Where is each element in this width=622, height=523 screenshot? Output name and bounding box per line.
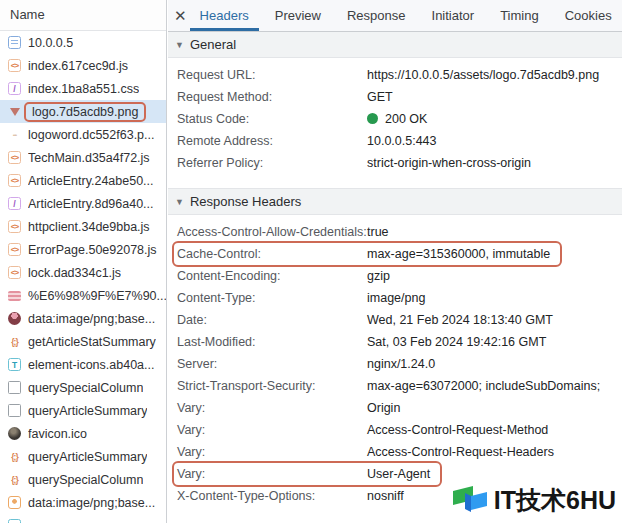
- document-icon: [8, 36, 21, 49]
- header-value: strict-origin-when-cross-origin: [367, 152, 531, 174]
- name-column-header[interactable]: Name: [0, 0, 166, 31]
- script-icon: [8, 174, 21, 187]
- request-name: querySpecialColumn: [28, 381, 143, 395]
- chevron-down-icon: [175, 197, 184, 207]
- request-name: getArticleStatSummary: [28, 335, 156, 349]
- image-triangle-icon: [8, 105, 21, 118]
- header-key: Content-Encoding:: [177, 265, 367, 287]
- request-name: TechMain.d35a4f72.js: [28, 151, 150, 165]
- header-value: nginx/1.24.0: [367, 353, 435, 375]
- list-item[interactable]: element-icons.ab40a...: [0, 353, 166, 376]
- list-item[interactable]: data:image/png;base...: [0, 491, 166, 514]
- header-key: Vary:: [177, 463, 367, 485]
- status-dot-icon: [367, 113, 378, 124]
- list-item[interactable]: logoword.dc552f63.p...: [0, 123, 166, 146]
- header-value: image/png: [367, 287, 425, 309]
- list-item[interactable]: httpclient.34de9bba.js: [0, 215, 166, 238]
- request-name: lock.dad334c1.js: [28, 266, 121, 280]
- header-row: Remote Address:10.0.0.5:443: [174, 130, 622, 152]
- header-row: Content-Encoding:gzip: [174, 265, 622, 287]
- list-item[interactable]: lock.dad334c1.js: [0, 261, 166, 284]
- tab-initiator[interactable]: Initiator: [419, 0, 488, 31]
- list-item[interactable]: TechMain.d35a4f72.js: [0, 146, 166, 169]
- close-icon[interactable]: [174, 0, 187, 31]
- request-name: index.1ba8a551.css: [28, 82, 139, 96]
- header-key: X-Content-Type-Options:: [177, 485, 367, 507]
- devtools-network-window: Name 10.0.0.5index.617cec9d.jsindex.1ba8…: [0, 0, 622, 523]
- header-value: max-age=63072000; includeSubDomains;: [367, 375, 600, 397]
- header-row: Last-Modified:Sat, 03 Feb 2024 19:42:16 …: [174, 331, 622, 353]
- request-name: %E6%98%9F%E7%90...: [28, 289, 166, 303]
- tab-cookies[interactable]: Cookies: [552, 0, 622, 31]
- image-faint-icon: [8, 128, 21, 141]
- list-item[interactable]: ArticleEntry.8d96a40...: [0, 192, 166, 215]
- response-headers-section-title: Response Headers: [190, 194, 301, 209]
- general-section-title: General: [190, 37, 236, 52]
- list-item[interactable]: %E6%98%9F%E7%90...: [0, 284, 166, 307]
- header-row: Server:nginx/1.24.0: [174, 353, 622, 375]
- header-key: Last-Modified:: [177, 331, 367, 353]
- request-name: element-icons.ab40a...: [28, 358, 154, 372]
- tab-response[interactable]: Response: [334, 0, 419, 31]
- header-key: Access-Control-Allow-Credentials:: [177, 221, 367, 243]
- header-row: Date:Wed, 21 Feb 2024 18:13:40 GMT: [174, 309, 622, 331]
- watermark-logo-icon: [451, 483, 491, 517]
- header-row: Vary:Access-Control-Request-Headers: [174, 441, 622, 463]
- tab-headers[interactable]: Headers: [187, 0, 262, 31]
- list-item[interactable]: querySpecialColumn: [0, 468, 166, 491]
- response-headers-section-header[interactable]: Response Headers: [168, 188, 622, 215]
- list-item[interactable]: ArticleEntry.24abe50...: [0, 169, 166, 192]
- list-item[interactable]: 10.0.0.5: [0, 31, 166, 54]
- script-icon: [8, 266, 21, 279]
- general-section-header[interactable]: General: [168, 32, 622, 58]
- list-item[interactable]: logo.7d5acdb9.png: [0, 100, 166, 123]
- request-list: 10.0.0.5index.617cec9d.jsindex.1ba8a551.…: [0, 31, 166, 523]
- list-item[interactable]: querySpecialColumn: [0, 376, 166, 399]
- request-name: 10.0.0.5: [28, 36, 73, 50]
- list-item[interactable]: queryArticleSummary: [0, 445, 166, 468]
- request-name: ErrorPage.50e92078.js: [28, 243, 157, 257]
- list-item[interactable]: ErrorPage.50e92078.js: [0, 238, 166, 261]
- header-row: Strict-Transport-Security:max-age=630720…: [174, 375, 622, 397]
- header-key: Request Method:: [177, 86, 367, 108]
- network-request-list-panel: Name 10.0.0.5index.617cec9d.jsindex.1ba8…: [0, 0, 167, 523]
- request-name: querySpecialColumn: [28, 473, 143, 487]
- list-item[interactable]: [0, 514, 166, 523]
- header-key: Server:: [177, 353, 367, 375]
- header-row: Access-Control-Allow-Credentials:true: [174, 221, 622, 243]
- header-key: Status Code:: [177, 108, 367, 130]
- request-name: favicon.ico: [28, 427, 87, 441]
- list-item[interactable]: getArticleStatSummary: [0, 330, 166, 353]
- list-item[interactable]: queryArticleSummary: [0, 399, 166, 422]
- tab-timing[interactable]: Timing: [487, 0, 552, 31]
- header-row: Cache-Control:max-age=315360000, immutab…: [174, 243, 622, 265]
- header-key: Content-Type:: [177, 287, 367, 309]
- request-name: logoword.dc552f63.p...: [28, 128, 154, 142]
- list-item[interactable]: index.1ba8a551.css: [0, 77, 166, 100]
- header-row: Content-Type:image/png: [174, 287, 622, 309]
- header-value: Access-Control-Request-Headers: [367, 441, 554, 463]
- request-name: httpclient.34de9bba.js: [28, 220, 150, 234]
- header-value: Wed, 21 Feb 2024 18:13:40 GMT: [367, 309, 553, 331]
- list-item[interactable]: index.617cec9d.js: [0, 54, 166, 77]
- favicon-icon: [8, 427, 21, 440]
- header-value: Sat, 03 Feb 2024 19:42:16 GMT: [367, 331, 546, 353]
- devtools-tab-bar: HeadersPreviewResponseInitiatorTimingCoo…: [168, 0, 622, 32]
- chevron-down-icon: [175, 40, 184, 50]
- tab-preview[interactable]: Preview: [262, 0, 334, 31]
- tab-strip: HeadersPreviewResponseInitiatorTimingCoo…: [187, 0, 622, 31]
- header-key: Request URL:: [177, 64, 367, 86]
- font-icon: [8, 519, 21, 523]
- header-key: Vary:: [177, 441, 367, 463]
- list-item[interactable]: favicon.ico: [0, 422, 166, 445]
- header-key: Date:: [177, 309, 367, 331]
- request-name: queryArticleSummary: [28, 404, 147, 418]
- font-icon: [8, 358, 21, 371]
- header-row: Status Code:200 OK: [174, 108, 622, 130]
- script-icon: [8, 59, 21, 72]
- request-name: data:image/png;base...: [28, 496, 155, 510]
- fetch-icon: [8, 450, 21, 463]
- highlight-box: Cache-Control:max-age=315360000, immutab…: [172, 241, 562, 267]
- request-name: index.617cec9d.js: [28, 59, 128, 73]
- list-item[interactable]: data:image/png;base...: [0, 307, 166, 330]
